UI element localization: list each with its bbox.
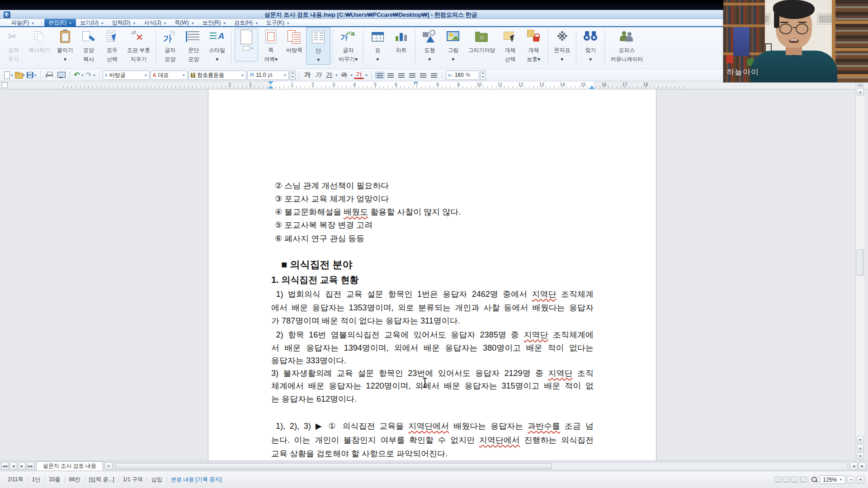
menu-item-파일[interactable]: 파일(F) (7, 19, 38, 26)
toolbar-button-문자표[interactable]: 문자표▾ (550, 27, 574, 64)
first-tab-button[interactable]: ◀◀ (1, 462, 9, 470)
bold-button[interactable]: 가 (302, 70, 312, 80)
split-view-handle[interactable] (857, 83, 864, 87)
toolbar-button-그림[interactable]: 그림▾ (441, 27, 465, 64)
toolbar-button-글자모양[interactable]: 글자모양 (158, 27, 182, 64)
menu-item-보기[interactable]: 보기(U) (76, 19, 108, 26)
ruler-origin-box[interactable] (2, 82, 8, 88)
vertical-scroll-thumb[interactable] (857, 249, 864, 276)
toolbar-button-개체보호[interactable]: 개체보호▾ (522, 27, 545, 64)
toolbar-button-스타일[interactable]: 스타일▾ (205, 27, 229, 64)
last-tab-button[interactable]: ▶▶ (27, 462, 34, 470)
menu-item-편집[interactable]: 편집(E) (44, 19, 76, 26)
menu-item-보안[interactable]: 보안(R) (198, 19, 231, 26)
toolbar-button-모두선택[interactable]: 모두선택 (100, 27, 124, 64)
align-center-button[interactable] (397, 72, 406, 79)
vertical-scrollbar[interactable]: ▲ ▼ ▲ ▼ (855, 82, 864, 460)
toolbar-button-글자바꾸기[interactable]: 글자바꾸기▾ (335, 27, 361, 64)
toolbar-label: 지우기 (131, 55, 147, 64)
menu-item-서식[interactable]: 서식(J) (140, 19, 170, 26)
line-spacing-stepper[interactable]: ▲▼ (480, 70, 486, 80)
toolbar-label: 모두 (107, 46, 118, 55)
zoom-level-select[interactable]: 125%▼ (820, 475, 845, 484)
toolbar-button-조판부호지우기[interactable]: 조판 부호지우기 (124, 27, 153, 64)
clipart-icon (473, 28, 490, 46)
rep-style-select[interactable]: A대표▼ (151, 70, 188, 80)
align-left-button[interactable] (386, 72, 395, 79)
horizontal-scroll-thumb[interactable] (116, 463, 552, 469)
toolbar-button-오피스커뮤니케이터[interactable]: 오피스커뮤니케이터 (607, 27, 646, 64)
scroll-down-button[interactable]: ▼ (857, 436, 864, 443)
new-document-button[interactable]: ▼ (3, 70, 14, 80)
align-right-button[interactable] (408, 72, 417, 79)
line-spacing-input[interactable]: ≡↕160% (446, 70, 479, 80)
indent-marker[interactable] (268, 81, 274, 89)
document-tab[interactable]: 설문지 조사 검토 내용 (36, 461, 103, 470)
toolbar-button-붙이기[interactable]: 붙이기▾ (53, 27, 77, 64)
zoom-out-button[interactable]: − (847, 476, 855, 483)
undo-icon (73, 71, 80, 79)
horizontal-scrollbar[interactable] (114, 462, 847, 470)
undo-button[interactable]: ▼ (73, 70, 84, 80)
toolbar-label: 스타일 (209, 46, 225, 55)
prev-tab-button[interactable]: ◀ (9, 462, 17, 470)
paragraph-style-select[interactable]: ≡바탕글▼ (103, 70, 150, 80)
toolbar-separator (415, 30, 415, 63)
misspelled-word: 지역단에서 (479, 436, 520, 445)
open-button[interactable]: ▼ (14, 70, 25, 80)
horizontal-ruler[interactable]: 21123456789101112131415161718 (0, 81, 868, 89)
font-family-select[interactable]: T함초롬돋움▼ (189, 70, 246, 80)
align-distribute-button[interactable] (419, 72, 428, 79)
next-tab-button[interactable]: ▶ (18, 462, 26, 470)
align-justify-button[interactable] (375, 72, 384, 79)
print-button[interactable] (44, 70, 55, 80)
next-page-button[interactable]: ▼ (857, 452, 864, 460)
menu-item-검토[interactable]: 검토(H) (230, 19, 262, 26)
underline-button[interactable]: 가 (324, 70, 334, 80)
zoom-in-button[interactable]: + (857, 476, 864, 483)
right-indent-marker[interactable] (589, 85, 594, 89)
font-size-stepper[interactable]: ▲▼ (290, 70, 296, 80)
toolbar-label: ▾ (216, 55, 218, 64)
toolbar-label: 선택 (107, 55, 118, 64)
view-mode-text-icon[interactable] (792, 477, 798, 483)
toolbar-button-차트[interactable]: 차트 (389, 27, 413, 55)
italic-button[interactable]: 가 (313, 70, 323, 80)
zoom-magnifier-icon[interactable] (811, 476, 818, 483)
chevron-down-icon (287, 19, 290, 26)
ruler-number: 13 (539, 82, 544, 87)
scroll-left-button[interactable]: ◀ (850, 462, 858, 470)
scroll-up-button[interactable]: ▲ (857, 88, 864, 95)
view-mode-width-icon[interactable] (783, 477, 790, 483)
font-size-input[interactable]: 가11.0pt▼ (247, 70, 289, 80)
toolbar-button-쪽여백[interactable]: 쪽여백▾ (259, 27, 283, 64)
font-color-button[interactable]: 가 (354, 71, 364, 79)
toolbar-label: ▾ (428, 55, 431, 64)
toolbar-button-모양복사[interactable]: 모양복사 (77, 27, 100, 64)
toolbar-button-바탕쪽[interactable]: 바탕쪽 (283, 27, 306, 55)
align-divide-button[interactable] (429, 72, 439, 79)
view-mode-page-icon[interactable] (774, 477, 781, 483)
scroll-right-button[interactable]: ▶ (859, 462, 866, 470)
toolbar-button-표[interactable]: 표▾ (366, 27, 389, 64)
paper-setup-button[interactable] (235, 28, 258, 61)
add-tab-button[interactable]: + (104, 462, 113, 470)
toolbar-button-단[interactable]: 단▾ (306, 27, 330, 65)
strikethrough-button[interactable]: 과 (339, 70, 349, 80)
save-button[interactable]: ▼ (26, 70, 37, 80)
toolbar-button-문단모양[interactable]: 문단모양 (182, 27, 205, 64)
toolbar-button-도형[interactable]: 도형▾ (418, 27, 441, 64)
menu-item-입력[interactable]: 입력(D) (108, 19, 140, 26)
toolbar-button-찾기[interactable]: 찾기▾ (579, 27, 602, 64)
view-mode-outline-icon[interactable] (800, 477, 807, 483)
redo-button[interactable]: ▼ (85, 70, 96, 80)
toolbar-button-그리기마당[interactable]: 그리기마당 (465, 27, 498, 55)
text-segment: ④ 불교문화해설을 (275, 207, 344, 216)
document-area[interactable]: ② 스님 관계 개선책이 필요하다③ 포교사 교육 체계가 엉망이다④ 불교문화… (0, 89, 868, 460)
menu-item-쪽[interactable]: 쪽(W) (170, 19, 198, 26)
prev-page-button[interactable]: ▲ (857, 444, 864, 451)
paper-setup-icon (241, 30, 252, 44)
menu-item-도구[interactable]: 도구(K) (262, 19, 294, 26)
print-preview-button[interactable] (56, 70, 66, 80)
toolbar-button-개체선택[interactable]: 개체선택 (498, 27, 522, 64)
